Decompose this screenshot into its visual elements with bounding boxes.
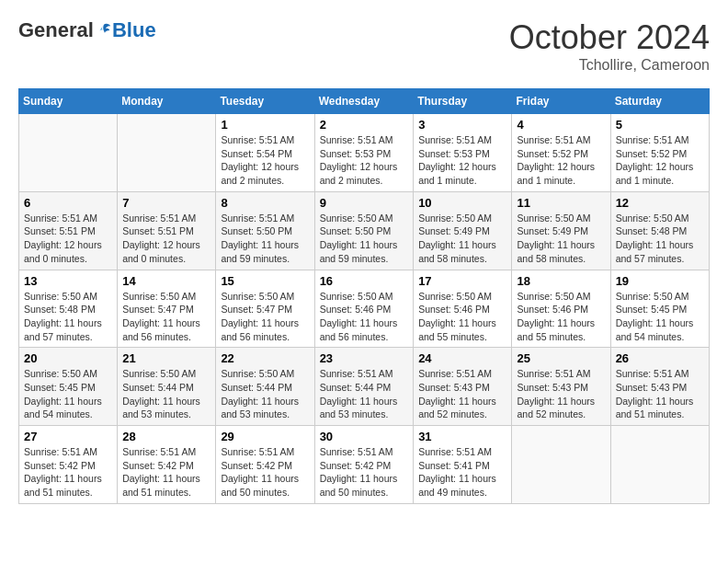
calendar-week-row: 20Sunrise: 5:50 AMSunset: 5:45 PMDayligh… [19, 348, 710, 426]
header-day: Tuesday [216, 89, 314, 114]
header-day: Thursday [414, 89, 512, 114]
calendar-cell [610, 426, 709, 504]
day-number: 9 [320, 196, 409, 210]
day-info: Sunrise: 5:50 AMSunset: 5:44 PMDaylight:… [221, 367, 309, 421]
day-info: Sunrise: 5:51 AMSunset: 5:43 PMDaylight:… [616, 367, 704, 421]
logo-bird-icon [96, 22, 112, 39]
day-info: Sunrise: 5:50 AMSunset: 5:46 PMDaylight:… [320, 290, 409, 344]
day-info: Sunrise: 5:50 AMSunset: 5:46 PMDaylight:… [517, 290, 605, 344]
day-info: Sunrise: 5:51 AMSunset: 5:53 PMDaylight:… [320, 133, 409, 188]
calendar-cell: 17Sunrise: 5:50 AMSunset: 5:46 PMDayligh… [414, 270, 512, 348]
calendar-cell: 4Sunrise: 5:51 AMSunset: 5:52 PMDaylight… [512, 114, 610, 192]
day-number: 27 [24, 430, 112, 443]
day-info: Sunrise: 5:50 AMSunset: 5:44 PMDaylight:… [122, 367, 210, 421]
day-number: 22 [221, 351, 309, 365]
day-info: Sunrise: 5:50 AMSunset: 5:46 PMDaylight:… [418, 290, 506, 344]
day-info: Sunrise: 5:51 AMSunset: 5:43 PMDaylight:… [517, 367, 605, 421]
location: Tchollire, Cameroon [509, 57, 710, 74]
calendar-cell: 26Sunrise: 5:51 AMSunset: 5:43 PMDayligh… [610, 348, 709, 426]
calendar-cell: 22Sunrise: 5:50 AMSunset: 5:44 PMDayligh… [216, 348, 314, 426]
day-number: 20 [24, 351, 112, 365]
day-info: Sunrise: 5:51 AMSunset: 5:42 PMDaylight:… [221, 445, 309, 500]
calendar-body: 1Sunrise: 5:51 AMSunset: 5:54 PMDaylight… [19, 114, 710, 504]
logo-general-text: General [18, 18, 94, 42]
calendar-cell: 28Sunrise: 5:51 AMSunset: 5:42 PMDayligh… [118, 426, 216, 504]
day-info: Sunrise: 5:51 AMSunset: 5:41 PMDaylight:… [418, 445, 506, 500]
calendar-cell: 18Sunrise: 5:50 AMSunset: 5:46 PMDayligh… [512, 270, 610, 348]
day-number: 19 [616, 274, 704, 288]
calendar-cell: 23Sunrise: 5:51 AMSunset: 5:44 PMDayligh… [314, 348, 414, 426]
day-number: 15 [221, 274, 309, 288]
day-number: 31 [418, 430, 506, 443]
day-number: 25 [517, 351, 605, 365]
day-number: 16 [320, 274, 409, 288]
calendar-cell: 14Sunrise: 5:50 AMSunset: 5:47 PMDayligh… [118, 270, 216, 348]
day-info: Sunrise: 5:50 AMSunset: 5:48 PMDaylight:… [616, 212, 704, 266]
day-number: 8 [221, 196, 309, 210]
calendar-cell: 5Sunrise: 5:51 AMSunset: 5:52 PMDaylight… [610, 114, 709, 192]
calendar-cell: 19Sunrise: 5:50 AMSunset: 5:45 PMDayligh… [610, 270, 709, 348]
calendar-cell [118, 114, 216, 192]
calendar-cell: 1Sunrise: 5:51 AMSunset: 5:54 PMDaylight… [216, 114, 314, 192]
header-row: SundayMondayTuesdayWednesdayThursdayFrid… [19, 89, 710, 114]
calendar-cell: 12Sunrise: 5:50 AMSunset: 5:48 PMDayligh… [610, 191, 709, 270]
day-info: Sunrise: 5:51 AMSunset: 5:52 PMDaylight:… [616, 133, 704, 188]
day-info: Sunrise: 5:51 AMSunset: 5:53 PMDaylight:… [418, 133, 506, 188]
day-number: 24 [418, 351, 506, 365]
calendar-cell: 30Sunrise: 5:51 AMSunset: 5:42 PMDayligh… [314, 426, 414, 504]
calendar-cell: 9Sunrise: 5:50 AMSunset: 5:50 PMDaylight… [314, 191, 414, 270]
day-number: 1 [221, 118, 309, 132]
header-day: Saturday [610, 89, 709, 114]
day-number: 11 [517, 196, 605, 210]
day-number: 4 [517, 118, 605, 132]
calendar-cell: 27Sunrise: 5:51 AMSunset: 5:42 PMDayligh… [19, 426, 118, 504]
day-number: 29 [221, 430, 309, 443]
day-info: Sunrise: 5:50 AMSunset: 5:49 PMDaylight:… [418, 212, 506, 266]
calendar-week-row: 13Sunrise: 5:50 AMSunset: 5:48 PMDayligh… [19, 270, 710, 348]
day-number: 18 [517, 274, 605, 288]
day-number: 26 [616, 351, 704, 365]
logo: General Blue [18, 18, 156, 42]
calendar-cell: 24Sunrise: 5:51 AMSunset: 5:43 PMDayligh… [414, 348, 512, 426]
calendar-cell [512, 426, 610, 504]
day-info: Sunrise: 5:51 AMSunset: 5:43 PMDaylight:… [418, 367, 506, 421]
calendar-cell: 7Sunrise: 5:51 AMSunset: 5:51 PMDaylight… [118, 191, 216, 270]
day-info: Sunrise: 5:50 AMSunset: 5:47 PMDaylight:… [122, 290, 210, 344]
calendar-cell: 13Sunrise: 5:50 AMSunset: 5:48 PMDayligh… [19, 270, 118, 348]
calendar-cell: 6Sunrise: 5:51 AMSunset: 5:51 PMDaylight… [19, 191, 118, 270]
day-number: 13 [24, 274, 112, 288]
day-info: Sunrise: 5:51 AMSunset: 5:42 PMDaylight:… [122, 445, 210, 500]
calendar-cell: 31Sunrise: 5:51 AMSunset: 5:41 PMDayligh… [414, 426, 512, 504]
calendar-header: SundayMondayTuesdayWednesdayThursdayFrid… [19, 89, 710, 114]
calendar-cell: 3Sunrise: 5:51 AMSunset: 5:53 PMDaylight… [414, 114, 512, 192]
calendar-cell: 29Sunrise: 5:51 AMSunset: 5:42 PMDayligh… [216, 426, 314, 504]
day-info: Sunrise: 5:51 AMSunset: 5:54 PMDaylight:… [221, 133, 309, 188]
day-info: Sunrise: 5:50 AMSunset: 5:47 PMDaylight:… [221, 290, 309, 344]
header-day: Friday [512, 89, 610, 114]
calendar-cell: 15Sunrise: 5:50 AMSunset: 5:47 PMDayligh… [216, 270, 314, 348]
day-number: 6 [24, 196, 112, 210]
day-number: 30 [320, 430, 409, 443]
day-info: Sunrise: 5:51 AMSunset: 5:44 PMDaylight:… [320, 367, 409, 421]
calendar-week-row: 27Sunrise: 5:51 AMSunset: 5:42 PMDayligh… [19, 426, 710, 504]
day-number: 28 [122, 430, 210, 443]
day-number: 7 [122, 196, 210, 210]
day-number: 21 [122, 351, 210, 365]
calendar-cell [19, 114, 118, 192]
day-info: Sunrise: 5:50 AMSunset: 5:45 PMDaylight:… [616, 290, 704, 344]
calendar-cell: 20Sunrise: 5:50 AMSunset: 5:45 PMDayligh… [19, 348, 118, 426]
day-info: Sunrise: 5:50 AMSunset: 5:50 PMDaylight:… [320, 212, 409, 266]
logo-blue-text: Blue [112, 18, 156, 42]
calendar-cell: 8Sunrise: 5:51 AMSunset: 5:50 PMDaylight… [216, 191, 314, 270]
day-info: Sunrise: 5:51 AMSunset: 5:42 PMDaylight:… [320, 445, 409, 500]
calendar-week-row: 1Sunrise: 5:51 AMSunset: 5:54 PMDaylight… [19, 114, 710, 192]
calendar-cell: 25Sunrise: 5:51 AMSunset: 5:43 PMDayligh… [512, 348, 610, 426]
header-day: Wednesday [314, 89, 414, 114]
calendar-cell: 11Sunrise: 5:50 AMSunset: 5:49 PMDayligh… [512, 191, 610, 270]
day-info: Sunrise: 5:51 AMSunset: 5:42 PMDaylight:… [24, 445, 112, 500]
day-number: 3 [418, 118, 506, 132]
header-day: Sunday [19, 89, 118, 114]
day-number: 5 [616, 118, 704, 132]
header-day: Monday [118, 89, 216, 114]
page-header: General Blue October 2024 Tchollire, Cam… [18, 18, 710, 74]
